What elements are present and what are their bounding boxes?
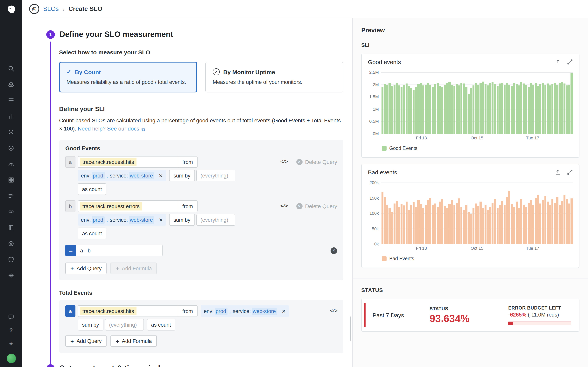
export-icon[interactable] [555, 59, 561, 65]
formula-input[interactable]: a - b [76, 245, 163, 256]
filter-value: web-store [129, 216, 154, 224]
filter-chip[interactable]: env:prod , service:web-store ✕ [201, 305, 289, 317]
bad-events-chart-title: Bad events [368, 169, 397, 175]
plus-icon: + [70, 338, 74, 344]
delete-formula-icon[interactable]: ✕ [330, 247, 337, 254]
infrastructure-icon[interactable] [6, 129, 16, 135]
code-editor-icon[interactable]: </> [280, 159, 288, 165]
option-by-monitor-uptime-desc: Measures the uptime of your monitors. [213, 79, 336, 86]
metric-input[interactable]: trace.rack.request.errors [78, 200, 178, 212]
total-events-title: Total Events [59, 290, 352, 296]
breadcrumb-slos-link[interactable]: SLOs [43, 5, 59, 12]
step-2-header: 2 Set your target & time window [46, 364, 352, 367]
metric-input[interactable]: trace.rack.request.hits [78, 156, 178, 168]
metric-value: trace.rack.request.errors [80, 202, 142, 210]
integrations-icon[interactable] [6, 176, 16, 183]
chat-icon[interactable] [6, 313, 16, 320]
from-label[interactable]: from [178, 156, 198, 168]
delete-query-label: Delete Query [305, 159, 337, 165]
good-events-chart-title: Good events [368, 59, 401, 65]
total-query-a: a trace.rack.request.hits from env:prod … [65, 305, 337, 331]
chart-legend[interactable]: Good Events [382, 146, 579, 151]
service-map-icon[interactable] [6, 208, 16, 215]
docs-link[interactable]: Need help? See our docs [78, 125, 139, 132]
query-letter: b [65, 200, 76, 212]
events-icon[interactable] [6, 97, 16, 104]
security-shield-icon[interactable] [6, 256, 16, 263]
chart-legend[interactable]: Bad Events [382, 256, 579, 261]
remove-filter-icon[interactable]: ✕ [159, 173, 163, 178]
add-query-button[interactable]: + Add Query [65, 263, 107, 274]
option-by-count[interactable]: ✓ By Count Measures reliability as a rat… [59, 62, 197, 92]
add-formula-button[interactable]: + Add Formula [111, 263, 157, 274]
help-icon[interactable]: ? [6, 327, 16, 334]
logs-icon[interactable] [6, 192, 16, 199]
good-events-title: Good Events [65, 145, 337, 151]
group-by-input[interactable]: (everything) [196, 214, 235, 226]
remove-filter-icon[interactable]: ✕ [159, 217, 163, 223]
fullscreen-icon[interactable] [567, 59, 573, 65]
filter-key: service: [110, 217, 128, 223]
formula-arrow-icon: → [65, 245, 76, 256]
sum-by-label[interactable]: sum by [169, 214, 195, 226]
status-section-heading: STATUS [361, 287, 579, 293]
code-editor-icon[interactable]: </> [280, 203, 288, 209]
add-query-button[interactable]: + Add Query [65, 335, 107, 347]
option-by-monitor-uptime-label: By Monitor Uptime [223, 68, 275, 75]
metrics-icon[interactable] [6, 113, 16, 120]
delete-query-button[interactable]: ✕ Delete Query [296, 203, 337, 209]
filter-key: service: [233, 308, 251, 314]
sum-by-label[interactable]: sum by [78, 319, 103, 331]
divider [353, 278, 588, 278]
remove-filter-icon[interactable]: ✕ [282, 308, 286, 314]
plot-area: Fri 13Oct 15Tue 17 [381, 72, 573, 134]
status-value: 93.634% [430, 312, 508, 325]
sli-description: Count-based SLOs are calculated using a … [59, 117, 345, 133]
watchdog-icon[interactable] [6, 81, 16, 88]
add-formula-button[interactable]: + Add Formula [111, 335, 157, 347]
ci-target-icon[interactable] [6, 240, 16, 247]
filter-chip[interactable]: env:prod , service:web-store ✕ [78, 214, 166, 226]
add-formula-label: Add Formula [122, 266, 152, 271]
legend-label: Good Events [389, 146, 417, 151]
x-axis-labels: Fri 13Oct 15Tue 17 [381, 133, 573, 141]
as-count-label[interactable]: as count [78, 183, 106, 195]
group-by-input[interactable]: (everything) [196, 170, 235, 181]
plus-icon: + [70, 265, 74, 272]
bar-series [381, 183, 572, 244]
export-icon[interactable] [555, 169, 561, 175]
filter-key: env: [81, 217, 91, 223]
step-2-number: 2 [46, 364, 55, 367]
fullscreen-icon[interactable] [567, 169, 573, 175]
synthetics-icon[interactable] [6, 144, 16, 151]
sparkle-icon[interactable]: ✦ [6, 340, 16, 347]
code-editor-icon[interactable]: </> [330, 308, 337, 314]
good-events-chart[interactable]: 2.5M2M1.5M1M0.5M0M Fri 13Oct 15Tue 17 [362, 71, 579, 134]
status-label: STATUS [430, 306, 508, 311]
as-count-label[interactable]: as count [78, 228, 106, 239]
metric-input[interactable]: trace.rack.request.hits [78, 305, 178, 317]
status-accent-bar [363, 303, 365, 327]
delete-query-icon: ✕ [296, 159, 302, 165]
scrollbar-thumb[interactable] [350, 317, 351, 341]
uptime-icon: ✓ [213, 68, 220, 75]
add-formula-label: Add Formula [122, 338, 152, 344]
profiling-icon[interactable] [6, 272, 16, 279]
search-icon[interactable] [6, 65, 16, 72]
delete-query-button[interactable]: ✕ Delete Query [296, 159, 337, 165]
from-label[interactable]: from [178, 305, 198, 317]
filter-chip[interactable]: env:prod , service:web-store ✕ [78, 170, 166, 181]
sum-by-label[interactable]: sum by [169, 170, 195, 181]
notebooks-icon[interactable] [6, 224, 16, 231]
from-label[interactable]: from [178, 200, 198, 212]
datadog-logo[interactable] [0, 0, 22, 18]
apm-gauge-icon[interactable] [6, 160, 16, 167]
filter-key: env: [81, 173, 91, 178]
user-avatar[interactable] [6, 354, 16, 363]
chip-separator: , [106, 217, 108, 223]
as-count-label[interactable]: as count [147, 319, 175, 331]
bad-events-chart[interactable]: 200k150k100k50k0k Fri 13Oct 15Tue 17 [362, 181, 579, 244]
group-by-input[interactable]: (everything) [105, 319, 144, 331]
filter-value: prod [92, 216, 104, 224]
option-by-monitor-uptime[interactable]: ✓ By Monitor Uptime Measures the uptime … [205, 62, 343, 92]
